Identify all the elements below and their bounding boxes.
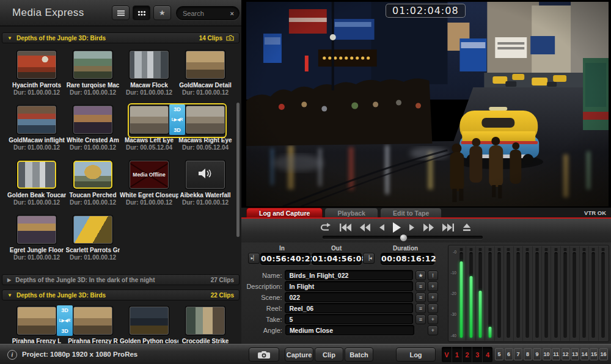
clip-thumbnail[interactable] [73, 216, 112, 244]
bin-section-header-birds-2[interactable]: ▼ Depths of the Jungle 3D: Birds 22 Clip… [2, 289, 240, 300]
clear-search-icon[interactable]: × [230, 10, 234, 17]
track-6-button[interactable]: 6 [505, 348, 513, 360]
play-button[interactable] [392, 222, 401, 233]
clip-thumbnail[interactable] [17, 161, 56, 189]
shuttle-handle[interactable] [400, 234, 408, 242]
clip-thumbnail[interactable] [130, 51, 169, 79]
metadata-name-field[interactable] [285, 270, 413, 280]
track-14-button[interactable]: 14 [580, 348, 589, 360]
capture-still-button[interactable] [249, 348, 279, 362]
clip-thumbnail[interactable] [17, 216, 56, 244]
step-back-button[interactable] [379, 224, 384, 231]
list-view-button[interactable] [112, 5, 130, 20]
alert-button[interactable]: ! [428, 271, 438, 280]
clip-item[interactable]: Pirahna Frenzy RDur: 01.00.00.12 [65, 307, 121, 344]
clip-item[interactable]: Crocodile StrikeDur: 01.00.00.12 [177, 307, 233, 344]
mark-in-button[interactable]: ▸▏ [248, 253, 260, 264]
clip-thumbnail[interactable] [186, 161, 225, 189]
stereo-3d-clip-pair[interactable]: Pirahna Frenzy LDur: 01.00.00.12Pirahna … [9, 307, 121, 344]
clip-thumbnail[interactable]: Media Offline [130, 161, 169, 189]
clip-thumbnail[interactable] [73, 51, 112, 79]
clip-item[interactable]: Aibekka WaterfallDur: 01.00.00.12 [177, 161, 233, 216]
tab-edit-to-tape[interactable]: Edit to Tape [380, 208, 442, 218]
clip-item[interactable]: GoldMacaw DetailDur: 01.00.00.12 [177, 51, 233, 106]
track-15-button[interactable]: 15 [590, 348, 598, 360]
track-9-button[interactable]: 9 [533, 348, 541, 360]
clip-thumbnail[interactable] [73, 161, 112, 189]
track-2-enabled[interactable]: 2 [463, 347, 473, 362]
add-button[interactable]: + [428, 326, 438, 335]
in-timecode-field[interactable]: 00:56:40:22 [260, 253, 310, 265]
track-4-enabled[interactable]: 4 [483, 347, 492, 362]
tab-log-and-capture[interactable]: Log and Capture [246, 208, 323, 218]
metadata-reel-field[interactable] [285, 303, 413, 313]
skip-start-button[interactable] [339, 224, 351, 231]
fast-forward-button[interactable] [423, 224, 434, 231]
clip-item[interactable]: GoldMacaw inflightDur: 01.00.00.12 [9, 106, 65, 161]
clip-thumbnail[interactable] [186, 106, 225, 134]
clip-thumbnail[interactable] [186, 51, 225, 79]
star-button[interactable]: ★ [415, 271, 426, 280]
metadata-description-field[interactable] [285, 281, 413, 291]
clip-thumbnail[interactable] [186, 307, 225, 335]
track-5-button[interactable]: 5 [495, 348, 503, 360]
clip-button[interactable]: Clip [315, 348, 343, 362]
list-button[interactable]: ≡ [415, 293, 426, 302]
clip-item[interactable]: Macaws Right EyeDur: 00.05.12.04 [177, 106, 233, 161]
track-13-button[interactable]: 13 [571, 348, 579, 360]
stereo-3d-clip-pair[interactable]: Macaws Left EyeDur: 00.05.12.04Macaws Ri… [121, 106, 233, 161]
clip-item[interactable]: Media OfflineWhite Egret CloseupDur: 01.… [121, 161, 177, 216]
batch-button[interactable]: Batch [345, 348, 373, 362]
add-button[interactable]: + [428, 304, 438, 313]
thumbnail-view-button[interactable] [133, 5, 150, 20]
clip-thumbnail[interactable] [73, 307, 112, 335]
track-8-button[interactable]: 8 [524, 348, 532, 360]
list-button[interactable]: ≡ [415, 304, 426, 313]
clip-item[interactable]: Golden Beak ToucanDur: 01.00.00.12 [9, 161, 65, 216]
clip-item[interactable]: Toucan PerchedDur: 01.00.00.12 [65, 161, 121, 216]
add-button[interactable]: + [428, 282, 438, 291]
clip-thumbnail[interactable] [17, 106, 56, 134]
clip-thumbnail[interactable] [130, 106, 169, 134]
capture-button[interactable]: Capture [285, 348, 313, 362]
clip-thumbnail[interactable] [17, 307, 56, 335]
search-input[interactable] [181, 9, 230, 18]
eject-button[interactable] [463, 224, 471, 231]
add-button[interactable]: + [428, 293, 438, 302]
track-7-button[interactable]: 7 [514, 348, 522, 360]
track-v-enabled[interactable]: V [442, 347, 452, 362]
mark-out-button[interactable]: ▕◂ [363, 253, 375, 264]
track-16-button[interactable]: 16 [599, 348, 608, 360]
browser-scrollbar[interactable] [236, 103, 240, 237]
metadata-angle-field[interactable] [285, 325, 414, 335]
loop-button[interactable] [320, 223, 331, 231]
clip-item[interactable]: Scarlett Parrots GrDur: 01.00.00.12 [65, 216, 121, 271]
metadata-scene-field[interactable] [285, 292, 413, 302]
step-forward-button[interactable] [409, 224, 415, 231]
track-1-enabled[interactable]: 1 [452, 347, 463, 362]
track-12-button[interactable]: 12 [562, 348, 570, 360]
track-3-enabled[interactable]: 3 [472, 347, 483, 362]
clip-item[interactable]: Rare turqoise MacDur: 01.00.00.12 [65, 51, 121, 106]
clip-thumbnail[interactable] [17, 51, 56, 79]
clip-item[interactable]: Hyacinth ParrotsDur: 01.00.00.12 [9, 51, 65, 106]
skip-end-button[interactable] [442, 224, 455, 231]
list-button[interactable]: ≡ [415, 315, 426, 324]
add-button[interactable]: + [428, 315, 438, 324]
clip-thumbnail[interactable] [73, 106, 112, 134]
log-button[interactable]: Log [396, 348, 436, 362]
bin-section-header-birds-1[interactable]: ▼ Depths of the Jungle 3D: Birds 14 Clip… [2, 32, 240, 43]
clip-item[interactable]: White Crested AmDur: 01.00.00.12 [65, 106, 121, 161]
clip-item[interactable]: Egret Jungle FloorDur: 01.00.00.12 [9, 216, 65, 271]
clip-item[interactable]: Macaw FlockDur: 01.00.00.12 [121, 51, 177, 106]
list-button[interactable]: ≡ [415, 282, 426, 291]
clip-thumbnail[interactable] [130, 307, 169, 335]
metadata-take-field[interactable] [285, 314, 413, 324]
track-10-button[interactable]: 10 [543, 348, 551, 360]
shuttle-slider[interactable] [323, 236, 483, 239]
track-11-button[interactable]: 11 [552, 348, 560, 360]
favorites-view-button[interactable]: ★ [153, 5, 171, 20]
bin-section-header-night[interactable]: ▶ Depths of the Jungle 3D: In the dark o… [2, 274, 240, 285]
tab-playback[interactable]: Playback [324, 208, 378, 218]
clip-item[interactable]: Golden Python closeDur: 01.00.00.12 [121, 307, 177, 344]
